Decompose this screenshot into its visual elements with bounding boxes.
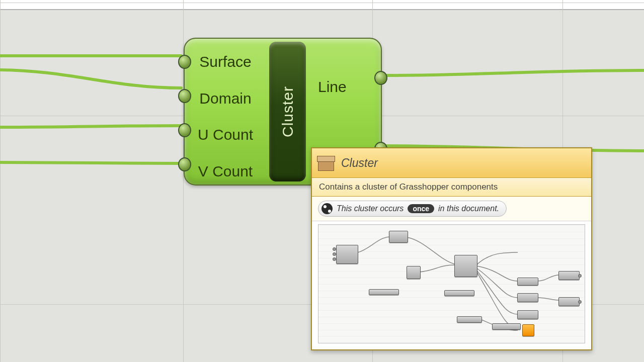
preview-grip — [333, 247, 336, 251]
occurrence-pill: This cluster occurs once in this documen… — [318, 201, 507, 217]
preview-node — [369, 289, 399, 295]
gridline — [0, 3, 644, 3]
preview-grip — [333, 252, 336, 256]
preview-grip — [333, 257, 336, 261]
occurrence-suffix: in this document. — [438, 204, 499, 213]
preview-node — [389, 231, 408, 243]
component-tooltip: Cluster Contains a cluster of Grasshoppe… — [311, 147, 592, 350]
preview-node — [517, 293, 538, 302]
input-grip[interactable] — [178, 55, 191, 69]
output-label: Line — [318, 79, 347, 95]
preview-node — [517, 310, 538, 319]
output-grip[interactable] — [374, 71, 387, 85]
input-label: U Count — [188, 127, 263, 142]
component-name-strip: Cluster — [269, 42, 306, 182]
preview-node-warning — [522, 324, 534, 336]
inputs-column: Surface Domain U Count V Count — [185, 39, 266, 195]
preview-node — [492, 323, 521, 330]
component-core[interactable]: Cluster — [266, 39, 309, 185]
input-grip[interactable] — [178, 157, 191, 171]
input-grip[interactable] — [178, 89, 191, 103]
tooltip-description: Contains a cluster of Grasshopper compon… — [312, 178, 591, 197]
preview-node — [457, 316, 482, 323]
input-label: V Count — [188, 164, 263, 179]
input-label: Surface — [188, 54, 263, 69]
occurrence-count-badge: once — [408, 204, 434, 213]
occurrence-prefix: This cluster occurs — [337, 204, 404, 213]
preview-node — [558, 297, 580, 306]
preview-node — [336, 245, 358, 264]
input-grip[interactable] — [178, 123, 191, 137]
canvas[interactable]: Surface Domain U Count V Count Cluster L… — [0, 0, 644, 362]
input-label: Domain — [188, 91, 263, 106]
gridline — [0, 0, 1, 362]
preview-node — [444, 290, 474, 296]
preview-grip — [578, 300, 582, 304]
tooltip-occurrence: This cluster occurs once in this documen… — [312, 197, 591, 221]
window-border — [0, 0, 644, 10]
preview-node — [517, 278, 538, 286]
tooltip-title: Cluster — [341, 156, 378, 170]
preview-node — [558, 271, 580, 280]
preview-grip — [578, 274, 582, 278]
preview-node — [407, 266, 421, 279]
cluster-preview — [318, 224, 585, 343]
preview-node — [454, 255, 477, 277]
package-icon — [317, 154, 335, 172]
component-name: Cluster — [279, 86, 296, 137]
tooltip-header: Cluster — [312, 148, 591, 178]
occurrence-icon — [321, 203, 333, 214]
